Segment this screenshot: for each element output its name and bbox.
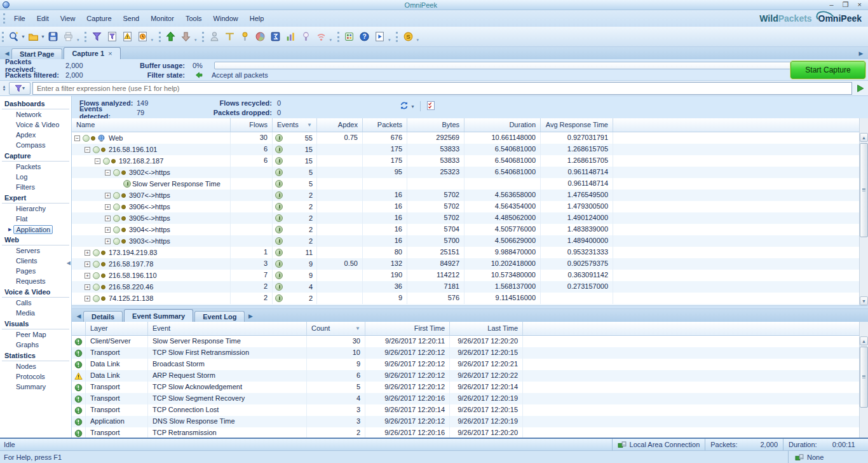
sidebar-item-pages[interactable]: Pages [0,266,71,277]
tab-details[interactable]: Details [83,311,123,322]
filter-spinner[interactable]: ▲▼ [1,85,7,92]
sidebar-item-apdex[interactable]: Apdex [0,130,71,141]
summary-statistics-icon[interactable] [268,30,282,44]
menu-item-view[interactable]: View [55,13,81,24]
column-header-severity[interactable] [72,322,86,335]
column-header-name[interactable]: Name [72,118,231,132]
security-icon[interactable] [299,30,313,44]
options-icon[interactable] [342,30,356,44]
sidebar-item-application[interactable]: ▶Application [0,225,71,235]
event-row[interactable]: TransportTCP Connection Lost39/26/2017 1… [72,404,868,416]
receive-packets-icon[interactable] [179,30,193,44]
toolbar-overflow-icon[interactable]: ▾ [329,38,332,43]
event-row[interactable]: TransportTCP Slow First Retransmission10… [72,347,868,359]
sidebar-item-clients[interactable]: Clients [0,256,71,266]
flow-row[interactable]: +3907<->https21657024.5636580001.4765495… [72,190,868,201]
node-icon[interactable] [238,30,252,44]
toolbar-overflow-icon[interactable]: ▾ [151,38,153,43]
menu-item-monitor[interactable]: Monitor [145,13,180,24]
sidebar-item-servers[interactable]: Servers [0,246,71,256]
sidebar-item-nodes[interactable]: Nodes [0,362,71,372]
flow-row[interactable]: +3904<->https21657044.5057760001.4838390… [72,224,868,235]
tree-expand-icon[interactable]: − [95,158,100,164]
column-header-last-time[interactable]: Last Time [450,322,523,335]
insert-alarm-icon[interactable] [120,30,134,44]
open-file-icon[interactable] [27,30,41,44]
tab-scroll-right-icon[interactable]: ▶ [857,48,865,59]
tree-expand-icon[interactable]: + [105,193,111,198]
tree-expand-icon[interactable]: − [85,147,90,153]
toolbar-overflow-icon[interactable]: ▾ [77,38,79,43]
toolbar-overflow-icon[interactable]: ▾ [194,38,197,43]
sidebar-item-voice-video[interactable]: Voice & Video [0,120,71,130]
flow-row[interactable]: +74.125.21.1382295769.114516000 [72,293,868,304]
start-page-icon[interactable] [373,30,387,44]
column-header-event[interactable]: Event [148,322,307,335]
new-capture-icon[interactable] [7,30,21,44]
event-table-scrollbar[interactable]: ▲ [859,322,868,438]
column-header-packets[interactable]: Packets [363,118,407,132]
start-capture-button[interactable]: Start Capture [790,61,865,79]
new-capture-icon-dropdown[interactable]: ▼ [21,34,25,39]
sidebar-item-compass[interactable]: Compass [0,141,71,151]
event-row[interactable]: Data LinkARP Request Storm69/26/2017 12:… [72,370,868,382]
sidebar-item-graphs[interactable]: Graphs [0,340,71,350]
send-packets-icon[interactable] [164,30,178,44]
refresh-icon[interactable] [399,100,409,112]
tab-close-icon[interactable]: × [108,48,112,59]
tab-event-summary[interactable]: Event Summary [124,309,193,322]
sidebar-item-log[interactable]: Log [0,172,71,183]
sidebar-item-flat[interactable]: Flat [0,214,71,225]
flow-row[interactable]: −Web30550.7567629256910.6611480000.92703… [72,132,868,144]
menu-item-tools[interactable]: Tools [180,13,208,24]
flow-row[interactable]: −192.168.2.187615175538336.5406810001.26… [72,155,868,167]
print-icon[interactable] [62,30,76,44]
tree-expand-icon[interactable]: + [85,261,90,267]
event-row[interactable]: TransportTCP Slow Segment Recovery49/26/… [72,393,868,404]
column-header-events[interactable]: Events▼ [273,118,317,132]
close-button-icon[interactable]: × [858,1,862,8]
sidebar-item-summary[interactable]: Summary [0,382,71,392]
sidebar-item-packets[interactable]: Packets [0,162,71,172]
minimize-button-icon[interactable]: – [830,1,834,8]
tab-event-log[interactable]: Event Log [194,311,245,322]
column-header-count[interactable]: Count▼ [307,322,365,335]
bottom-tab-scroll-right-icon[interactable]: ▶ [246,311,255,322]
flow-row[interactable]: +216.58.220.46243671811.5681370000.27315… [72,281,868,293]
wireless-icon[interactable] [314,30,328,44]
filter-funnel-button[interactable]: ▼ [9,82,31,95]
tree-expand-icon[interactable]: + [105,216,111,221]
tree-expand-icon[interactable]: + [85,273,90,279]
menu-item-edit[interactable]: Edit [31,13,55,24]
tree-expand-icon[interactable]: − [74,135,80,141]
bottom-tab-scroll-left-icon[interactable]: ◀ [74,311,83,322]
tree-expand-icon[interactable]: + [85,296,90,301]
license-icon[interactable]: S [401,30,415,44]
menu-item-help[interactable]: Help [244,13,270,24]
menu-item-capture[interactable]: Capture [81,13,117,24]
peer-map-icon[interactable] [207,30,221,44]
sidebar-item-calls[interactable]: Calls [0,298,71,308]
tab-capture-1[interactable]: Capture 1× [64,47,120,59]
refresh-dropdown-icon[interactable]: ▼ [410,104,415,109]
filter-state-value[interactable]: Accept all packets [204,71,268,79]
tree-expand-icon[interactable]: + [85,250,90,256]
event-finder-settings-icon[interactable] [426,100,436,112]
flow-row[interactable]: +216.58.197.78390.501328492710.202418000… [72,258,868,270]
maximize-button-icon[interactable]: ❐ [843,1,849,8]
sidebar-item-requests[interactable]: Requests [0,277,71,287]
graphs-icon[interactable] [283,30,297,44]
menu-item-send[interactable]: Send [118,13,146,24]
flow-table-scrollbar[interactable]: ▲ ▼ [859,118,868,305]
flow-row[interactable]: +3906<->https21657024.5643540001.4793005… [72,201,868,212]
insert-timestamp-icon[interactable] [135,30,149,44]
sidebar-item-network[interactable]: Network [0,110,71,120]
flow-row[interactable]: +3905<->https21657024.4850620001.4901240… [72,212,868,224]
toolbar-overflow-icon[interactable]: ▾ [416,38,419,43]
apply-filter-icon[interactable] [854,82,867,95]
tree-expand-icon[interactable]: + [105,238,111,244]
column-header-duration[interactable]: Duration [465,118,541,132]
tree-expand-icon[interactable]: + [105,204,111,210]
pie-chart-icon[interactable] [253,30,267,44]
sidebar-item-protocols[interactable]: Protocols [0,372,71,382]
